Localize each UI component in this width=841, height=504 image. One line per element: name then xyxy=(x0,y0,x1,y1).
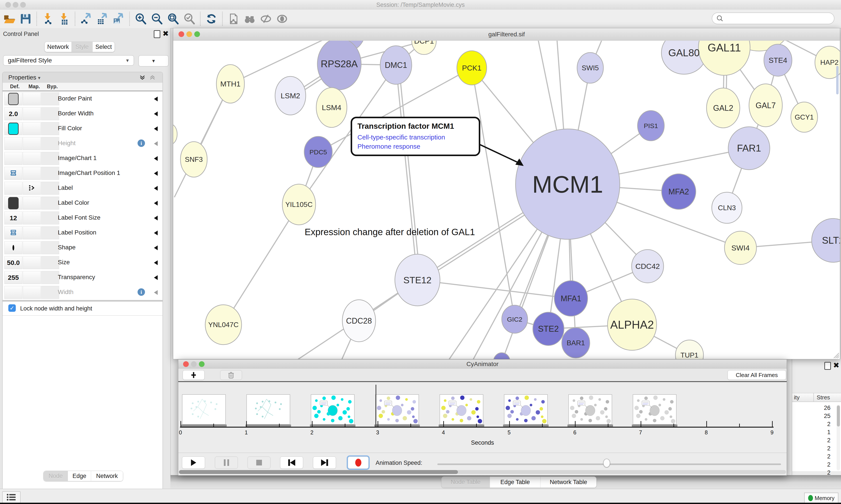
float-panel-icon[interactable] xyxy=(154,30,160,38)
frame-2-thumbnail[interactable] xyxy=(246,394,290,425)
table-cell-value[interactable]: 2 xyxy=(804,461,830,468)
import-table-icon[interactable] xyxy=(57,12,71,25)
frame-6-thumbnail[interactable] xyxy=(504,394,548,425)
frame-4-thumbnail[interactable] xyxy=(375,394,419,425)
expand-property-icon[interactable] xyxy=(154,246,158,250)
network-edge[interactable] xyxy=(396,65,417,280)
annotation-box[interactable]: Transcription factor MCM1 Cell-type-spec… xyxy=(351,117,480,156)
frame-3-thumbnail[interactable] xyxy=(311,394,355,425)
animation-speed-thumb[interactable] xyxy=(603,459,610,467)
expand-all-icon[interactable] xyxy=(139,74,146,82)
zoom-out-icon[interactable] xyxy=(150,12,164,25)
mapping-icon[interactable] xyxy=(28,184,35,193)
position-icon[interactable] xyxy=(10,170,17,177)
paste-network-icon[interactable] xyxy=(227,12,240,25)
tab-style[interactable]: Style xyxy=(72,42,93,52)
expand-property-icon[interactable] xyxy=(154,141,158,146)
default-value[interactable]: 255 xyxy=(8,274,19,281)
property-row-height[interactable]: Heighti xyxy=(3,136,162,151)
property-row-width[interactable]: Widthi xyxy=(3,285,162,300)
tab-node-table[interactable]: Node Table xyxy=(442,476,490,488)
network-edge[interactable] xyxy=(174,84,230,197)
default-value[interactable]: 2.0 xyxy=(9,110,18,118)
pause-button[interactable] xyxy=(215,456,238,469)
expand-property-icon[interactable] xyxy=(154,111,158,116)
delete-frame-button[interactable] xyxy=(220,370,242,380)
table-cell-value[interactable]: 2 xyxy=(804,453,830,460)
zoom-selected-icon[interactable] xyxy=(182,12,196,25)
style-dropdown[interactable]: galFiltered Style ▾ xyxy=(3,55,134,66)
hide-selected-icon[interactable] xyxy=(259,12,273,25)
annotation-link[interactable]: Pheromone response xyxy=(357,142,473,151)
expand-property-icon[interactable] xyxy=(154,186,158,191)
animator-timeline[interactable]: 0123456789 Seconds xyxy=(178,382,787,453)
zoom-in-icon[interactable] xyxy=(134,12,147,25)
record-button[interactable] xyxy=(348,456,369,469)
lock-checkbox[interactable]: ✓ xyxy=(8,304,16,312)
default-value-swatch[interactable] xyxy=(8,197,19,209)
table-cell-value[interactable]: 26 xyxy=(804,404,830,411)
expand-property-icon[interactable] xyxy=(154,126,158,131)
table-cell-value[interactable]: 2 xyxy=(804,445,830,452)
panel-list-button[interactable] xyxy=(2,491,21,503)
tab-edge[interactable]: Edge xyxy=(68,471,91,481)
default-value-swatch[interactable] xyxy=(8,93,19,105)
close-panel-icon[interactable]: ✖ xyxy=(162,30,169,37)
ellipse-icon[interactable] xyxy=(13,246,14,250)
search-input[interactable] xyxy=(726,15,834,22)
table-cell-value[interactable]: 2 xyxy=(804,437,830,444)
network-edge[interactable] xyxy=(417,280,571,299)
resize-grip-icon[interactable] xyxy=(831,351,839,358)
expand-property-icon[interactable] xyxy=(154,231,158,235)
zoom-fit-icon[interactable] xyxy=(166,12,180,25)
table-cell-value[interactable]: 2 xyxy=(804,421,830,428)
show-all-icon[interactable] xyxy=(275,12,289,25)
frame-8-thumbnail[interactable] xyxy=(633,394,677,425)
find-icon[interactable] xyxy=(243,12,256,25)
export-image-icon[interactable] xyxy=(112,12,125,25)
default-value[interactable]: 50.0 xyxy=(7,259,20,267)
info-icon[interactable]: i xyxy=(138,140,145,147)
export-network-icon[interactable] xyxy=(79,12,93,25)
table-scrollbar[interactable] xyxy=(837,404,840,470)
stop-button[interactable] xyxy=(248,456,270,469)
property-row-shape[interactable]: Shape xyxy=(3,240,162,255)
memory-button[interactable]: Memory xyxy=(804,492,838,504)
expand-property-icon[interactable] xyxy=(154,260,158,265)
column-header-stress[interactable]: Stres xyxy=(817,394,830,401)
info-icon[interactable]: i xyxy=(138,288,145,296)
frame-7-thumbnail[interactable] xyxy=(568,394,612,425)
expand-property-icon[interactable] xyxy=(154,171,158,176)
default-value-swatch[interactable] xyxy=(8,123,19,135)
annotation-link[interactable]: Cell-type-specific transcription xyxy=(357,133,473,142)
cyanimator-titlebar[interactable]: CyAnimator xyxy=(178,360,787,369)
tab-network-table[interactable]: Network Table xyxy=(540,476,596,488)
skip-to-start-button[interactable] xyxy=(280,456,303,469)
column-divider[interactable] xyxy=(813,393,814,401)
property-row-border-width[interactable]: 2.0Border Width xyxy=(3,106,162,122)
import-network-icon[interactable] xyxy=(41,12,55,25)
save-session-icon[interactable] xyxy=(19,12,32,25)
property-row-image-chart-position-1[interactable]: Image/Chart Position 1 xyxy=(3,166,162,181)
open-session-icon[interactable] xyxy=(3,12,16,25)
timeline-playhead[interactable] xyxy=(376,385,376,427)
network-edge[interactable] xyxy=(399,65,420,280)
expand-property-icon[interactable] xyxy=(154,156,158,161)
expand-property-icon[interactable] xyxy=(154,275,158,280)
close-panel-icon[interactable]: ✖ xyxy=(833,362,839,368)
default-value[interactable]: 12 xyxy=(10,214,17,222)
refresh-view-icon[interactable] xyxy=(204,12,218,25)
animator-hscrollbar[interactable] xyxy=(179,470,786,474)
property-row-label-position[interactable]: Label Position xyxy=(3,225,162,240)
network-node-n_bot[interactable] xyxy=(494,353,510,359)
properties-header[interactable]: Properties ▾ xyxy=(3,72,162,83)
column-header-clipped[interactable]: ity xyxy=(794,394,800,401)
expand-property-icon[interactable] xyxy=(154,201,158,205)
network-node-n_left[interactable] xyxy=(173,124,177,144)
property-row-transparency[interactable]: 255Transparency xyxy=(3,270,162,285)
collapse-all-icon[interactable] xyxy=(149,74,156,82)
property-row-image-chart-1[interactable]: Image/Chart 1 xyxy=(3,151,162,166)
float-panel-icon[interactable] xyxy=(824,362,831,370)
network-canvas[interactable]: DCP1RPS28ADMC1PCK1SWI5MTH1LSM2LSM4GAL80G… xyxy=(173,41,840,359)
tab-network[interactable]: Network xyxy=(91,471,123,481)
